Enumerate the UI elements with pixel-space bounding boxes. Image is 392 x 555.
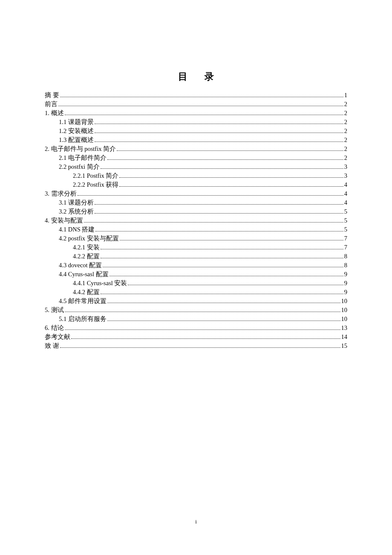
toc-entry: 4.5 邮件常用设置10 xyxy=(45,297,347,306)
toc-entry: 5. 测试10 xyxy=(45,306,347,315)
toc-entry-label: 前言 xyxy=(45,100,58,109)
toc-entry: 1.3 配置概述2 xyxy=(45,136,347,145)
toc-entry-label: 4.4.2 配置 xyxy=(73,288,100,297)
toc-entry: 4.2.2 配置8 xyxy=(45,252,347,261)
toc-dots xyxy=(60,347,340,348)
toc-entry-page: 3 xyxy=(344,171,347,180)
toc-entry: 4. 安装与配置5 xyxy=(45,216,347,225)
toc-dots xyxy=(95,124,343,124)
toc-dots xyxy=(78,195,343,196)
toc-entry: 前言2 xyxy=(45,100,347,109)
toc-entry-label: 4.1 DNS 搭建 xyxy=(59,225,95,234)
toc-entry: 2.2.2 Postfix 获得4 xyxy=(45,180,347,189)
toc-entry-page: 9 xyxy=(344,270,347,279)
toc-entry-label: 1.3 配置概述 xyxy=(59,136,94,145)
toc-entry-page: 15 xyxy=(341,341,348,350)
toc-entry-label: 参考文献 xyxy=(45,332,70,341)
toc-entry-label: 4.2.2 配置 xyxy=(73,252,100,261)
toc-entry-label: 摘 要 xyxy=(45,91,59,100)
toc-dots xyxy=(101,168,343,169)
toc-entry-page: 10 xyxy=(341,306,348,315)
toc-dots xyxy=(95,142,343,142)
toc-entry-label: 4.2.1 安装 xyxy=(73,243,100,252)
toc-dots xyxy=(103,267,343,267)
toc-entry-label: 2.2.2 Postfix 获得 xyxy=(73,180,118,189)
toc-entry: 2.2.1 Postfix 简介3 xyxy=(45,171,347,180)
toc-dots xyxy=(95,213,343,214)
toc-entry-label: 5. 测试 xyxy=(45,306,64,315)
toc-entry-page: 2 xyxy=(344,145,347,153)
toc-entry-label: 4.2 postfix 安装与配置 xyxy=(59,234,119,243)
toc-entry: 2.1 电子邮件简介2 xyxy=(45,153,347,162)
toc-entry-page: 2 xyxy=(344,118,347,127)
toc-entry-page: 3 xyxy=(344,162,347,171)
toc-entry-page: 2 xyxy=(344,136,347,145)
toc-entry: 3.1 课题分析4 xyxy=(45,198,347,207)
toc-entry: 4.2 postfix 安装与配置7 xyxy=(45,234,347,243)
toc-entry: 2. 电子邮件与 postfix 简介2 xyxy=(45,145,347,153)
toc-entry-label: 1. 概述 xyxy=(45,109,64,118)
toc-entry-label: 3.2 系统分析 xyxy=(59,207,94,216)
toc-entry-label: 5.1 启动所有服务 xyxy=(59,315,107,324)
toc-entry: 3.2 系统分析5 xyxy=(45,207,347,216)
toc-entry-label: 2. 电子邮件与 postfix 简介 xyxy=(45,145,116,153)
toc-entry: 2.2 postfxi 简介3 xyxy=(45,162,347,171)
toc-entry: 4.3 dovecot 配置8 xyxy=(45,261,347,270)
toc-entry-label: 1.2 安装概述 xyxy=(59,127,94,136)
toc-dots xyxy=(95,231,343,231)
toc-dots xyxy=(65,312,340,312)
toc-dots xyxy=(128,285,343,285)
toc-entry: 1. 概述2 xyxy=(45,109,347,118)
toc-entry: 1.1 课题背景2 xyxy=(45,118,347,127)
toc-entry-page: 2 xyxy=(344,100,347,109)
toc-entry-page: 9 xyxy=(344,288,347,297)
toc-entry-label: 2.2.1 Postfix 简介 xyxy=(73,171,118,180)
toc-entry-page: 13 xyxy=(341,324,348,332)
toc-entry: 5.1 启动所有服务10 xyxy=(45,315,347,324)
toc-entry: 4.4.2 配置9 xyxy=(45,288,347,297)
toc-entry: 6. 结论13 xyxy=(45,324,347,332)
toc-entry-page: 5 xyxy=(344,225,347,234)
toc-entry-page: 10 xyxy=(341,315,348,324)
toc-entry-page: 10 xyxy=(341,297,348,306)
toc-entry-page: 4 xyxy=(344,180,347,189)
toc-entry: 致 谢15 xyxy=(45,341,347,350)
toc-entry-label: 3.1 课题分析 xyxy=(59,198,94,207)
toc-dots xyxy=(110,276,343,276)
toc-entry: 4.4 Cyrus-sasl 配置9 xyxy=(45,270,347,279)
toc-entry-page: 14 xyxy=(341,332,348,341)
toc-dots xyxy=(107,159,343,160)
toc-entry-label: 致 谢 xyxy=(45,341,59,350)
toc-dots xyxy=(119,186,343,187)
toc-dots xyxy=(101,294,343,294)
toc-entry-page: 2 xyxy=(344,127,347,136)
toc-entry-page: 4 xyxy=(344,189,347,198)
toc-dots xyxy=(119,177,343,178)
toc-entry-page: 8 xyxy=(344,252,347,261)
toc-title: 目录 xyxy=(45,70,347,83)
toc-dots xyxy=(65,330,340,330)
toc-entry-page: 4 xyxy=(344,198,347,207)
toc-dots xyxy=(84,222,343,223)
toc-dots xyxy=(117,150,343,151)
toc-entry: 4.1 DNS 搭建5 xyxy=(45,225,347,234)
toc-entry: 3. 需求分析4 xyxy=(45,189,347,198)
toc-entry-page: 9 xyxy=(344,279,347,288)
toc-entry-page: 7 xyxy=(344,243,347,252)
toc-dots xyxy=(60,97,343,97)
toc-entry-label: 4.3 dovecot 配置 xyxy=(59,261,102,270)
toc-entry-page: 1 xyxy=(344,91,347,100)
toc-dots xyxy=(95,133,343,133)
toc-entry: 1.2 安装概述2 xyxy=(45,127,347,136)
page-footer: i xyxy=(0,518,392,525)
toc-entry-page: 5 xyxy=(344,216,347,225)
toc-entry-page: 8 xyxy=(344,261,347,270)
toc-entry-label: 4.4 Cyrus-sasl 配置 xyxy=(59,270,109,279)
toc-entry-page: 2 xyxy=(344,153,347,162)
toc-entry: 参考文献14 xyxy=(45,332,347,341)
toc-dots xyxy=(58,106,343,106)
toc-entry-label: 4. 安装与配置 xyxy=(45,216,83,225)
toc-entry: 摘 要1 xyxy=(45,91,347,100)
toc-dots xyxy=(107,303,340,303)
toc-entry-label: 3. 需求分析 xyxy=(45,189,77,198)
